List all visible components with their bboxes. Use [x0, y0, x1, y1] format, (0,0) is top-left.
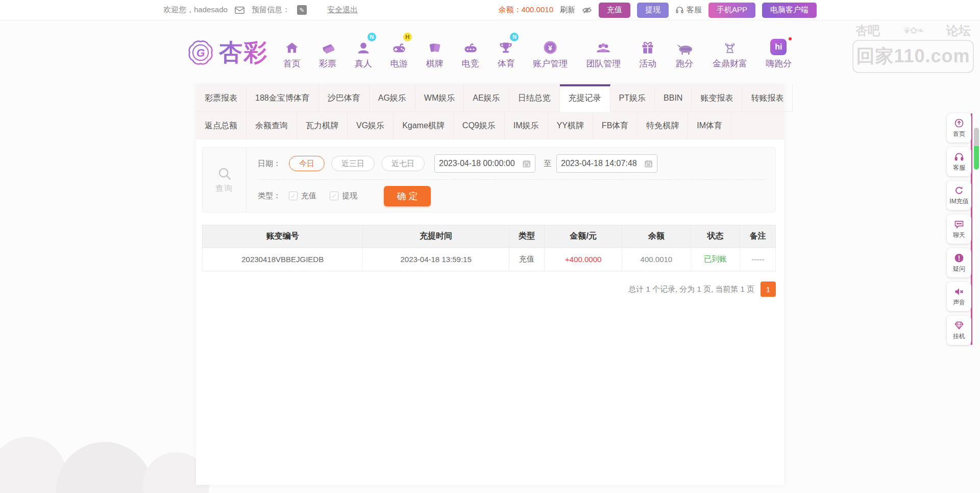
tab-deposit-withdraw-records[interactable]: 充提记录: [560, 84, 610, 112]
nav-label: 首页: [283, 58, 301, 69]
nav-label: 电竞: [462, 58, 479, 69]
tab-lottery-report[interactable]: 彩票报表: [196, 84, 247, 112]
calendar-icon[interactable]: [522, 159, 531, 168]
tab-wali-games[interactable]: 瓦力棋牌: [297, 112, 348, 139]
brand-logo[interactable]: G 杏彩: [186, 37, 268, 68]
tab-rebate-total[interactable]: 返点总额: [196, 112, 247, 139]
nav-item-jinding-wealth[interactable]: 金鼎财富: [710, 36, 749, 69]
refresh-balance-link[interactable]: 刷新: [560, 5, 575, 15]
eye-off-icon[interactable]: [582, 6, 592, 14]
col-status: 状态: [691, 225, 740, 248]
tab-yy-games[interactable]: YY棋牌: [548, 112, 593, 139]
report-tabs-row-1: 彩票报表 188金宝博体育 沙巴体育 AG娱乐 WM娱乐 AE娱乐 日结总览 充…: [196, 84, 784, 112]
badge-hot: H: [403, 33, 412, 41]
nav-label: 跑分: [675, 58, 694, 69]
withdraw-button[interactable]: 提现: [637, 3, 669, 18]
calendar-icon[interactable]: [644, 159, 653, 168]
confirm-button[interactable]: 确 定: [384, 186, 431, 206]
tab-kgame[interactable]: Kgame棋牌: [394, 112, 454, 139]
tab-temian-games[interactable]: 特免棋牌: [638, 112, 688, 139]
table-header-row: 账变编号 充提时间 类型 金额/元 余额 状态 备注: [203, 225, 776, 248]
headset-icon: [954, 152, 964, 162]
sidebar-item-sound[interactable]: 声音: [947, 282, 971, 311]
tab-im-sports[interactable]: IM体育: [688, 112, 731, 139]
customer-service-link[interactable]: 客服: [675, 5, 702, 15]
deposit-button[interactable]: 充值: [599, 3, 630, 18]
sidebar-item-service[interactable]: 客服: [947, 147, 971, 176]
type-checkbox-withdraw[interactable]: ✓ 提现: [330, 191, 357, 201]
sidebar-item-im-recharge[interactable]: IM充值: [947, 181, 971, 210]
scrollbar-track-segment[interactable]: [974, 128, 979, 146]
nav-label: 真人: [355, 58, 372, 69]
col-type: 类型: [509, 225, 545, 248]
welcome-text: 欢迎您，hadesado: [163, 5, 228, 15]
diamond-icon: [954, 320, 964, 331]
pc-client-button[interactable]: 电脑客户端: [762, 3, 817, 18]
tab-wm[interactable]: WM娱乐: [415, 84, 464, 112]
nav-item-account-management[interactable]: ¥ 账户管理: [531, 36, 570, 69]
logout-link[interactable]: 安全退出: [327, 5, 358, 15]
nav-item-esports[interactable]: 电竞: [460, 36, 481, 69]
nav-item-live-casino[interactable]: N 真人: [353, 36, 374, 69]
nav-item-team-management[interactable]: 团队管理: [584, 36, 623, 69]
sidebar-item-afk[interactable]: 挂机: [947, 316, 971, 345]
scrollbar[interactable]: [974, 128, 979, 170]
tab-vg[interactable]: VG娱乐: [348, 112, 394, 139]
floating-sidebar: 首页 客服 IM充值 聊天 疑问: [947, 113, 971, 349]
mobile-app-button[interactable]: 手机APP: [708, 3, 755, 18]
tab-188-sports[interactable]: 188金宝博体育: [247, 84, 319, 112]
tab-saba-sports[interactable]: 沙巴体育: [319, 84, 370, 112]
quick-range-7days[interactable]: 近七日: [381, 156, 425, 171]
chat-bubble-icon: [954, 219, 964, 229]
tab-transfer-report[interactable]: 转账报表: [742, 84, 793, 112]
pagination: 总计 1 个记录, 分为 1 页, 当前第 1 页 1: [196, 281, 776, 297]
cell-balance: 400.0010: [622, 248, 691, 271]
badge-new: N: [510, 33, 519, 41]
nav-item-promotions[interactable]: 活动: [637, 36, 658, 69]
tab-ae[interactable]: AE娱乐: [464, 84, 509, 112]
home-icon: [283, 36, 301, 55]
nav-item-lottery[interactable]: 彩票: [317, 36, 338, 69]
tab-im-casino[interactable]: IM娱乐: [505, 112, 548, 139]
col-remark: 备注: [740, 225, 776, 248]
sidebar-item-questions[interactable]: 疑问: [947, 248, 971, 277]
sidebar-item-label: 声音: [953, 298, 965, 307]
team-people-icon: [586, 36, 621, 55]
tab-daily-summary[interactable]: 日结总览: [509, 84, 560, 112]
notification-dot: [789, 37, 792, 40]
nav-item-hi-paofen[interactable]: hi 嗨跑分: [764, 36, 794, 69]
alert-circle-icon: [954, 253, 964, 263]
magnifier-icon: [217, 166, 232, 181]
edit-pencil-icon[interactable]: ✎: [297, 5, 307, 15]
nav-item-sports[interactable]: N 体育: [495, 36, 517, 69]
date-to-input[interactable]: [561, 159, 644, 168]
tab-ag[interactable]: AG娱乐: [370, 84, 415, 112]
nav-item-board-games[interactable]: 棋牌: [424, 36, 446, 69]
sidebar-item-label: 客服: [953, 163, 965, 172]
nav-item-egames[interactable]: H 电游: [388, 36, 410, 69]
svg-text:G: G: [197, 46, 205, 59]
tab-pt[interactable]: PT娱乐: [610, 84, 655, 112]
tab-account-change-report[interactable]: 账变报表: [692, 84, 742, 112]
sidebar-item-home[interactable]: 首页: [947, 113, 971, 143]
quick-range-3days[interactable]: 近三日: [331, 156, 375, 171]
ticket-icon: [319, 36, 336, 55]
headset-icon: [675, 6, 684, 14]
sidebar-item-chat[interactable]: 聊天: [947, 215, 971, 244]
quick-range-today[interactable]: 今日: [289, 156, 325, 171]
nav-item-paofen[interactable]: 跑分: [673, 36, 696, 69]
date-from-box: [434, 154, 535, 173]
nav-label: 活动: [639, 58, 656, 69]
date-from-input[interactable]: [439, 159, 522, 168]
nav-item-home[interactable]: 首页: [281, 36, 303, 69]
tab-balance-query[interactable]: 余额查询: [247, 112, 297, 139]
page-1-button[interactable]: 1: [761, 281, 776, 297]
tab-cq9[interactable]: CQ9娱乐: [454, 112, 505, 139]
scrollbar-thumb[interactable]: [974, 146, 979, 170]
tab-fb-sports[interactable]: FB体育: [593, 112, 638, 139]
refresh-c-icon: [954, 185, 964, 196]
cell-status: 已到账: [691, 248, 740, 271]
mail-icon[interactable]: [235, 7, 244, 14]
type-checkbox-deposit[interactable]: ✓ 充值: [289, 191, 316, 201]
tab-bbin[interactable]: BBIN: [655, 84, 692, 112]
